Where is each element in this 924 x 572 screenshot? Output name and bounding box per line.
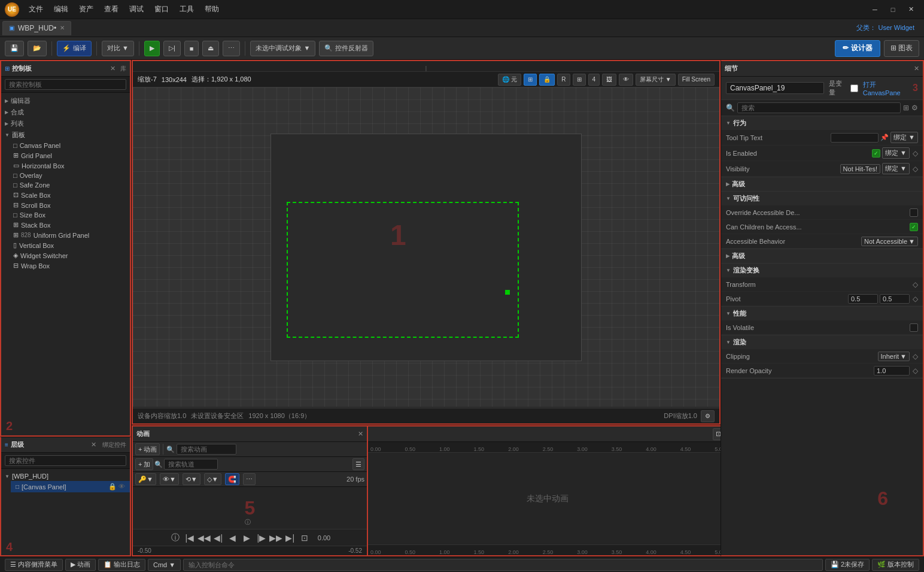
debug-target-button[interactable]: 未选中调试对象 ▼ (250, 41, 315, 56)
cmd-input[interactable] (183, 559, 823, 571)
section-render-header[interactable]: ▼ 渲染 (721, 335, 923, 349)
play-button[interactable]: ▶ (144, 41, 160, 56)
visibility-dropdown[interactable]: Not Hit-Tes! (840, 164, 880, 174)
layer-item-canvas[interactable]: □ [Canvas Panel] 🔒 👁 (11, 481, 130, 492)
menu-edit[interactable]: 编辑 (49, 3, 73, 16)
screen-size-btn[interactable]: 屏幕尺寸 ▼ (636, 74, 676, 86)
canvas-grid-btn[interactable]: ⊞ (524, 74, 537, 86)
layer-root[interactable]: ▼ [WBP_HUD] (1, 471, 130, 481)
stop-button[interactable]: ■ (184, 41, 199, 56)
anim-close-icon[interactable]: ✕ (358, 430, 363, 438)
panel-item-hbox[interactable]: ▭ Horizontal Box (8, 161, 130, 171)
tree-section-editor[interactable]: ▶ 编辑器 (1, 95, 130, 107)
pivot-y-input[interactable] (880, 294, 910, 304)
volatile-checkbox[interactable] (910, 323, 918, 332)
details-search-input[interactable] (737, 102, 901, 113)
pb-play-btn[interactable]: ▶ (241, 532, 253, 544)
tree-section-compose[interactable]: ▶ 合成 (1, 107, 130, 118)
tree-section-list[interactable]: ▶ 列表 (1, 118, 130, 129)
reflect-button[interactable]: 🔍 控件反射器 (319, 41, 373, 56)
panel-item-stackbox[interactable]: ⊞ Stack Box (8, 220, 130, 230)
section-behavior-header[interactable]: ▼ 行为 (721, 116, 923, 130)
anim-more-btn[interactable]: ⋯ (243, 473, 256, 485)
timeline-options-btn[interactable]: ⊡ (713, 428, 721, 440)
section-accessibility-header[interactable]: ▼ 可访问性 (721, 192, 923, 205)
graph-button[interactable]: ⊞ 图表 (884, 40, 919, 57)
resize-handle[interactable] (505, 290, 510, 295)
tooltip-input[interactable] (831, 133, 879, 143)
menu-debug[interactable]: 调试 (124, 3, 148, 16)
canvas-eye-btn[interactable]: 👁 (619, 74, 633, 86)
canvas-4-btn[interactable]: 4 (588, 74, 600, 86)
isenabled-diamond[interactable]: ◇ (913, 149, 918, 158)
unsaved-btn[interactable]: 💾 2未保存 (825, 559, 870, 571)
canvas-r-btn[interactable]: R (557, 74, 570, 86)
section-advanced2-header[interactable]: ▶ 高级 (721, 249, 923, 263)
layer-panel-close[interactable]: ✕ (91, 441, 96, 449)
content-menu-btn[interactable]: ☰ 内容侧滑菜单 (5, 559, 63, 571)
output-log-btn[interactable]: 📋 输出日志 (98, 559, 145, 571)
opacity-diamond[interactable]: ◇ (913, 367, 918, 375)
menu-view[interactable]: 查看 (99, 3, 123, 16)
anim-transform-btn[interactable]: ⟲▼ (183, 473, 200, 485)
panel-item-vbox[interactable]: ▯ Vertical Box (8, 240, 130, 250)
step-button[interactable]: ▷| (163, 41, 181, 56)
canvas-grid2-btn[interactable]: ⊞ (573, 74, 586, 86)
menu-window[interactable]: 窗口 (150, 3, 174, 16)
menu-file[interactable]: 文件 (24, 3, 48, 16)
tab-close-icon[interactable]: ✕ (60, 25, 65, 31)
panel-item-safezone[interactable]: □ Safe Zone (8, 180, 130, 190)
canvas-img-btn[interactable]: 🖼 (602, 74, 616, 86)
tab-wbp-hud[interactable]: ▣ WBP_HUD• ✕ (2, 21, 71, 35)
add-track-btn[interactable]: + 加 (135, 458, 153, 470)
accessible-behavior-dropdown[interactable]: Not Accessible ▼ (861, 237, 918, 246)
anim-diamond-btn[interactable]: ◇▼ (204, 473, 221, 485)
menu-help[interactable]: 帮助 (200, 3, 224, 16)
fill-screen-btn[interactable]: Fill Screen (678, 74, 715, 86)
clipping-diamond[interactable]: ◇ (913, 352, 918, 361)
panel-item-wswitch[interactable]: ◈ Widget Switcher (8, 250, 130, 261)
visibility-diamond[interactable]: ◇ (913, 165, 918, 173)
anim-snap-btn[interactable]: 🧲 (225, 473, 239, 485)
pb-back-btn[interactable]: ◀ (227, 532, 239, 544)
dpi-settings-btn[interactable]: ⚙ (701, 410, 715, 422)
more-button[interactable]: ⋯ (223, 41, 240, 56)
layer-lock-icon[interactable]: 🔒 (108, 483, 117, 491)
section-advanced1-header[interactable]: ▶ 高级 (721, 177, 923, 191)
control-search-input[interactable] (5, 79, 126, 90)
menu-asset[interactable]: 资产 (74, 3, 98, 16)
pb-prev-frame-btn[interactable]: ◀◀ (198, 532, 210, 544)
component-name-input[interactable] (726, 82, 824, 94)
panel-item-grid[interactable]: ⊞ Grid Panel (8, 150, 130, 161)
is-variable-checkbox[interactable] (850, 84, 858, 92)
isenabled-bind-dropdown[interactable]: 绑定 ▼ (882, 147, 910, 159)
panel-item-scrollbox[interactable]: ⊟ Scroll Box (8, 200, 130, 210)
details-settings-icon[interactable]: ⚙ (911, 104, 918, 112)
tooltip-bind-dropdown[interactable]: 绑定 ▼ (890, 132, 918, 143)
pivot-x-input[interactable] (848, 294, 878, 304)
cmd-btn[interactable]: Cmd ▼ (148, 559, 181, 571)
layer-eye-icon[interactable]: 👁 (118, 483, 125, 491)
transform-diamond[interactable]: ◇ (913, 280, 918, 289)
compare-button[interactable]: 对比 ▼ (102, 41, 134, 56)
menu-tools[interactable]: 工具 (175, 3, 199, 16)
section-render-transform-header[interactable]: ▼ 渲染变换 (721, 264, 923, 277)
browse-button[interactable]: 📂 (28, 41, 47, 56)
eject-button[interactable]: ⏏ (202, 41, 219, 56)
details-grid-icon[interactable]: ⊞ (903, 104, 909, 112)
open-canvas-link[interactable]: 打开CanvasPane (863, 80, 905, 96)
panel-item-ugrid[interactable]: ⊞ 828 Uniform Grid Panel (8, 230, 130, 240)
pb-loop-btn[interactable]: ⊡ (299, 532, 311, 544)
save-button[interactable]: 💾 (5, 41, 24, 56)
track-options-btn[interactable]: ☰ (352, 458, 364, 470)
bind-controls-tab[interactable]: 绑定控件 (102, 441, 126, 449)
canvas-lock-btn[interactable]: 🔒 (539, 74, 555, 86)
canvas-viewport[interactable] (133, 87, 719, 407)
override-checkbox[interactable] (910, 208, 918, 217)
panel-item-sizebox[interactable]: □ Size Box (8, 210, 130, 220)
add-animation-btn[interactable]: + 动画 (135, 443, 160, 455)
anim-key-btn[interactable]: 🔑▼ (135, 473, 156, 485)
designer-button[interactable]: ✏ 设计器 (835, 40, 880, 57)
layer-search-input[interactable] (5, 455, 126, 466)
animation-btn[interactable]: ▶ 动画 (65, 559, 96, 571)
